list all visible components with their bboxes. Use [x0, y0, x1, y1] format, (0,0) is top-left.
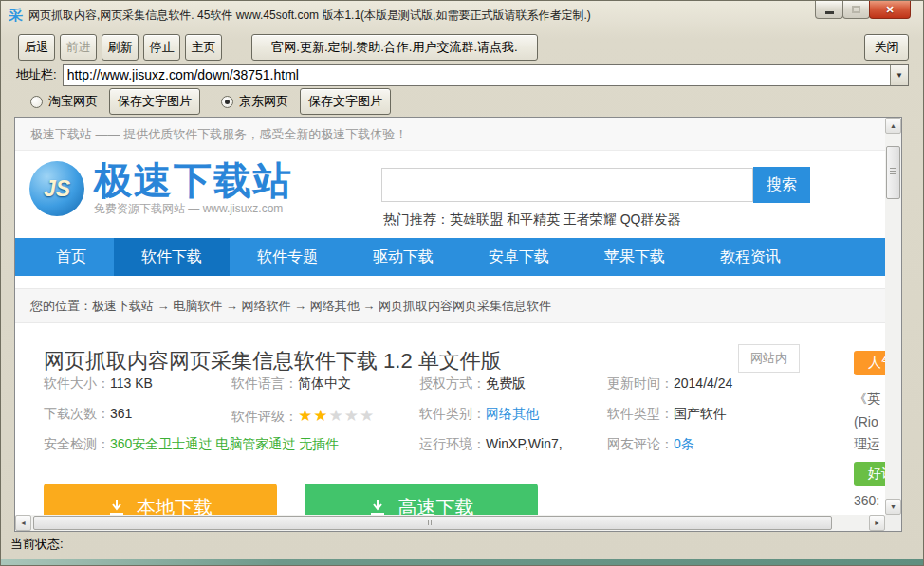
close-icon: ✕	[885, 4, 894, 16]
scroll-up-icon: ▲	[890, 122, 896, 129]
site-logo[interactable]: JS 极速下载站 免费资源下载网站 — www.jisuxz.com	[29, 160, 293, 217]
scroll-down-icon: ▼	[890, 503, 896, 510]
window-close-button[interactable]: ✕	[869, 1, 911, 19]
star-rating-empty: ★★★	[328, 407, 375, 425]
download-icon	[369, 499, 386, 515]
window-bottom-edge	[1, 559, 923, 565]
close-app-button[interactable]: 关闭	[864, 34, 909, 61]
site-nav: 首页 软件下载 软件专题 驱动下载 安卓下载 苹果下载 教程资讯	[15, 238, 885, 276]
info-row-1: 软件大小：113 KB 软件语言：简体中文 授权方式：免费版 更新时间：2014…	[44, 375, 885, 406]
webpage-content: 极速下载站 —— 提供优质软件下载服务，感受全新的极速下载体验！ JS 极速下载…	[15, 118, 885, 515]
info-size: 软件大小：113 KB	[44, 375, 153, 393]
site-tagline: 免费资源下载网站 — www.jisuxz.com	[94, 201, 293, 217]
maximize-icon	[852, 6, 860, 13]
address-dropdown-button[interactable]: ▼	[890, 65, 908, 85]
page-title: 网页抓取内容网页采集信息软件下载 1.2 单文件版	[44, 347, 502, 375]
rating-badge[interactable]: 好评	[854, 462, 885, 486]
info-environment: 运行环境：WinXP,Win7,	[419, 436, 563, 453]
local-download-button[interactable]: 本地下载	[44, 484, 277, 515]
info-license: 授权方式：免费版	[419, 375, 526, 393]
fast-download-button[interactable]: 高速下载	[305, 484, 538, 515]
search-input[interactable]	[381, 168, 753, 202]
promo-button[interactable]: 官网.更新.定制.赞助.合作.用户交流群.请点我.	[251, 34, 538, 61]
stop-button[interactable]: 停止	[143, 34, 180, 61]
nav-item-apple-download[interactable]: 苹果下载	[577, 238, 693, 276]
jd-save-button[interactable]: 保存文字图片	[300, 88, 391, 115]
refresh-button[interactable]: 刷新	[102, 34, 139, 61]
maximize-button[interactable]	[842, 1, 870, 19]
info-security: 安全检测：360安全卫士通过 电脑管家通过 无插件	[44, 436, 339, 453]
download-page: 网页抓取内容网页采集信息软件下载 1.2 单文件版 网站内 软件大小：113 K…	[15, 323, 885, 515]
scroll-right-icon: ►	[874, 520, 880, 526]
minimize-button[interactable]	[815, 1, 843, 19]
status-bar: 当前状态:	[10, 536, 64, 553]
app-icon: 采	[9, 7, 23, 25]
sidebar-line[interactable]: 《英	[854, 391, 885, 408]
titlebar: 采 网页抓取内容,网页采集信息软件. 45软件 www.45soft.com 版…	[1, 1, 923, 29]
thumb-grip	[890, 168, 896, 176]
taobao-radio[interactable]	[30, 96, 43, 108]
hot-recommendations[interactable]: 热门推荐：英雄联盟 和平精英 王者荣耀 QQ群发器	[383, 211, 680, 228]
nav-item-driver-download[interactable]: 驱动下载	[345, 238, 461, 276]
app-window: 采 网页抓取内容,网页采集信息软件. 45软件 www.45soft.com 版…	[0, 0, 924, 566]
scroll-up-button[interactable]: ▲	[885, 118, 901, 134]
address-input[interactable]	[63, 64, 909, 86]
jd-radio[interactable]	[221, 96, 233, 108]
nav-item-home[interactable]: 首页	[28, 238, 114, 276]
nav-gap	[15, 276, 885, 288]
embedded-browser: 极速下载站 —— 提供优质软件下载服务，感受全新的极速下载体验！ JS 极速下载…	[14, 117, 902, 532]
category-link[interactable]: 网络其他	[486, 406, 539, 421]
vertical-scroll-thumb[interactable]	[886, 146, 900, 199]
scrollbar-corner	[885, 515, 901, 531]
logo-text: 极速下载站 免费资源下载网站 — www.jisuxz.com	[94, 160, 293, 217]
address-label: 地址栏:	[16, 66, 57, 83]
search-bar: 搜索	[381, 168, 810, 203]
thumb-grip	[428, 520, 436, 525]
breadcrumb[interactable]: 您的位置：极速下载站 → 电脑软件 → 网络软件 → 网络其他 → 网页抓取内容…	[15, 288, 885, 323]
vertical-scrollbar[interactable]: ▲ ▼	[885, 118, 901, 515]
nav-item-android-download[interactable]: 安卓下载	[461, 238, 577, 276]
nav-item-software-topics[interactable]: 软件专题	[230, 238, 345, 276]
scroll-down-button[interactable]: ▼	[885, 499, 901, 515]
browser-toolbar: 后退 前进 刷新 停止 主页 官网.更新.定制.赞助.合作.用户交流群.请点我.…	[1, 33, 923, 62]
taobao-radio-label: 淘宝网页	[48, 93, 98, 110]
sidebar-column: 人气 《英 (Rio 理运 好评 360:	[854, 351, 885, 508]
info-language: 软件语言：简体中文	[231, 375, 351, 393]
address-combobox: ▼	[63, 64, 909, 86]
scroll-left-icon: ◄	[20, 520, 27, 526]
site-header: JS 极速下载站 免费资源下载网站 — www.jisuxz.com 搜索 热门…	[15, 151, 885, 238]
horizontal-scrollbar[interactable]: ◄ ►	[15, 515, 885, 531]
scroll-right-button[interactable]: ►	[869, 515, 885, 531]
site-scope-button[interactable]: 网站内	[738, 344, 800, 373]
download-icon	[108, 499, 125, 515]
sidebar-line[interactable]: 理运	[854, 436, 885, 453]
comments-link[interactable]: 0条	[674, 436, 694, 451]
site-topbar-slogan: 极速下载站 —— 提供优质软件下载服务，感受全新的极速下载体验！	[15, 118, 885, 151]
taobao-save-button[interactable]: 保存文字图片	[109, 88, 200, 115]
sidebar-line[interactable]: 360:	[854, 493, 885, 508]
download-buttons-row: 本地下载 高速下载	[44, 484, 885, 515]
logo-ball-icon: JS	[29, 161, 84, 216]
info-row-2: 下载次数：361 软件评级：★★★★★ 软件类别：网络其他 软件类型：国产软件	[44, 406, 885, 436]
address-row: 地址栏: ▼	[1, 64, 923, 86]
star-rating-filled: ★★	[298, 407, 328, 425]
popularity-badge[interactable]: 人气	[854, 351, 885, 375]
info-rating: 软件评级：★★★★★	[231, 406, 375, 426]
sidebar-line[interactable]: (Rio	[854, 414, 885, 429]
info-row-3: 安全检测：360安全卫士通过 电脑管家通过 无插件 运行环境：WinXP,Win…	[44, 436, 885, 466]
home-button[interactable]: 主页	[185, 34, 222, 61]
info-type: 软件类型：国产软件	[607, 406, 727, 423]
chevron-down-icon: ▼	[896, 71, 903, 80]
options-row: 淘宝网页 保存文字图片 京东网页 保存文字图片	[1, 89, 923, 114]
scroll-left-button[interactable]: ◄	[15, 515, 31, 531]
search-button[interactable]: 搜索	[753, 167, 810, 203]
forward-button[interactable]: 前进	[60, 34, 97, 61]
back-button[interactable]: 后退	[18, 34, 55, 61]
jd-radio-label: 京东网页	[239, 93, 288, 110]
nav-item-software-download[interactable]: 软件下载	[114, 238, 230, 276]
site-name: 极速下载站	[94, 160, 293, 200]
horizontal-scroll-thumb[interactable]	[33, 516, 832, 530]
nav-item-tutorials[interactable]: 教程资讯	[693, 238, 808, 276]
info-downloads: 下载次数：361	[44, 406, 132, 423]
minimize-icon	[825, 11, 834, 14]
